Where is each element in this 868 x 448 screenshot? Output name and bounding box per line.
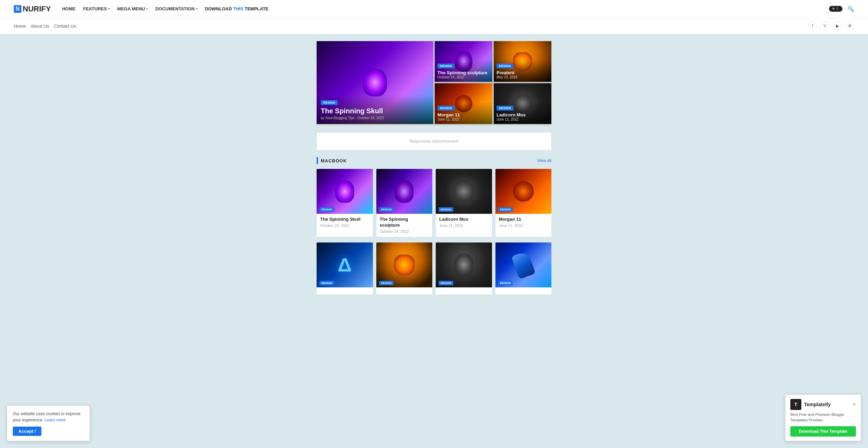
macbook-card-3-art-inner (513, 181, 534, 202)
side-card-1[interactable]: DESIGN Preatent May 23, 2018 (494, 41, 551, 82)
cookie-banner: Our website uses cookies to improve your… (7, 406, 90, 441)
macbook-card-1-title: The Spinning sculpture (380, 217, 429, 228)
macbook-card-1[interactable]: DESIGN The Spinning sculpture October 24… (376, 169, 433, 237)
section-title-bar (317, 157, 318, 164)
side-card-3-overlay: DESIGN Ladicorn Mos June 11, 2022 (494, 102, 551, 124)
cookie-accept-button[interactable]: Accept ! (13, 427, 41, 436)
side-card-2-title: Morgan 11 (437, 112, 490, 117)
main-content: DESIGN The Spinning Skull by Sora Bloggi… (317, 34, 551, 308)
templateify-description: Best Free and Premium Blogger Templates … (790, 412, 856, 423)
second-card-2[interactable]: DESIGN (436, 242, 492, 295)
macbook-card-2-body: Ladicorn Mos June 11, 2022 (436, 214, 492, 231)
second-card-0[interactable]: Δ DESIGN (317, 242, 373, 295)
twitter-icon[interactable]: 𝕏 (820, 21, 829, 30)
hero-main-title: The Spinning Skull (321, 107, 429, 115)
templateify-close-button[interactable]: × (853, 402, 856, 407)
logo-box: N (14, 5, 21, 13)
templateify-logo-letter: T (794, 402, 798, 407)
side-card-0-tag: DESIGN (437, 64, 454, 68)
templateify-logo-box: T (790, 399, 801, 410)
side-card-3[interactable]: DESIGN Ladicorn Mos June 11, 2022 (494, 83, 551, 124)
settings-icon[interactable]: ⚙ (845, 21, 854, 30)
macbook-card-0-art-inner (335, 180, 354, 203)
hero-main-overlay: DESIGN The Spinning Skull by Sora Bloggi… (317, 95, 433, 124)
macbook-card-2[interactable]: DESIGN Ladicorn Mos June 11, 2022 (436, 169, 492, 237)
second-card-1-art-inner (394, 255, 415, 275)
macbook-section-title: MACBOOK (321, 158, 347, 163)
templateify-title: Templateify (804, 402, 831, 407)
cookie-learn-more[interactable]: Learn more (45, 418, 66, 422)
cookie-text: Our website uses cookies to improve your… (13, 411, 84, 423)
side-bottom-row: DESIGN Morgan 11 June 11, 2022 DESIGN La… (435, 83, 551, 124)
second-card-1-tag: DESIGN (379, 281, 394, 285)
side-card-0[interactable]: DESIGN The Spinning sculpture October 24… (435, 41, 492, 82)
side-card-1-title: Preatent (496, 70, 549, 75)
side-card-2-overlay: DESIGN Morgan 11 June 11, 2022 (435, 102, 492, 124)
second-card-0-letter: Δ (338, 254, 351, 276)
theme-toggle[interactable]: ☀ ☾ (829, 6, 842, 12)
view-all-link[interactable]: View all (537, 158, 551, 163)
side-card-3-date: June 11, 2022 (496, 117, 549, 121)
hero-grid: DESIGN The Spinning Skull by Sora Bloggi… (317, 41, 551, 125)
macbook-card-2-title: Ladicorn Mos (439, 217, 489, 222)
second-card-0-body (317, 287, 373, 295)
second-card-1[interactable]: DESIGN (376, 242, 433, 295)
side-card-1-date: May 23, 2018 (496, 75, 549, 79)
side-top-row: DESIGN The Spinning sculpture October 24… (435, 41, 551, 82)
macbook-section-header: MACBOOK View all (317, 157, 551, 164)
nav-features[interactable]: FEATURES ▾ (83, 6, 109, 11)
macbook-card-0-title: The Spinning Skull (320, 217, 369, 222)
side-card-3-title: Ladicorn Mos (496, 112, 549, 117)
features-caret: ▾ (108, 7, 110, 11)
second-card-2-art-inner (454, 254, 473, 276)
section-title-wrap: MACBOOK (317, 157, 347, 164)
second-card-1-body (376, 287, 433, 295)
nav-download[interactable]: DOWNLOAD THIS TEMPLATE (205, 6, 269, 11)
second-card-2-tag: DESIGN (438, 281, 453, 285)
nav-home[interactable]: HOME (62, 6, 75, 11)
mega-menu-caret: ▾ (146, 7, 148, 11)
hero-main-tag: DESIGN (321, 100, 338, 105)
macbook-card-3-body: Morgan 11 June 11, 2022 (495, 214, 552, 231)
second-card-1-img-wrap: DESIGN (376, 242, 433, 287)
macbook-card-2-img-wrap: DESIGN (436, 169, 492, 214)
macbook-card-0[interactable]: DESIGN The Spinning Skull October 24, 20… (317, 169, 373, 237)
nav-right: ☀ ☾ 🔍 (829, 6, 854, 12)
youtube-icon[interactable]: ▶ (833, 21, 842, 30)
macbook-card-3[interactable]: DESIGN Morgan 11 June 11, 2022 (495, 169, 552, 237)
macbook-card-0-img-wrap: DESIGN (317, 169, 373, 214)
macbook-card-1-date: October 24, 2022 (380, 229, 429, 233)
second-row-card-grid: Δ DESIGN DESIGN (317, 242, 551, 295)
ad-label: Responsive Advertisement (409, 139, 459, 144)
hero-main-meta: by Sora Blogging Tips - October 24, 2022 (321, 116, 429, 120)
second-card-3-body (495, 287, 552, 295)
facebook-icon[interactable]: f (808, 21, 817, 30)
skull-inner (363, 69, 387, 96)
second-card-3[interactable]: DESIGN (495, 242, 552, 295)
macbook-card-2-date: June 11, 2022 (439, 223, 489, 228)
search-icon[interactable]: 🔍 (847, 6, 854, 12)
side-card-2[interactable]: DESIGN Morgan 11 June 11, 2022 (435, 83, 492, 124)
second-card-0-tag: DESIGN (319, 281, 334, 285)
macbook-card-1-img-wrap: DESIGN (376, 169, 433, 214)
breadcrumb-about[interactable]: About Us (31, 23, 49, 29)
macbook-card-3-tag: DESIGN (498, 207, 513, 212)
side-card-2-date: June 11, 2022 (437, 117, 490, 121)
breadcrumbs: Home About Us Contact Us (14, 23, 76, 29)
side-card-3-tag: DESIGN (496, 106, 513, 111)
side-card-1-tag: DESIGN (496, 64, 513, 68)
macbook-card-0-date: October 24, 2022 (320, 223, 369, 228)
breadcrumb-contact[interactable]: Contact Us (54, 23, 76, 29)
side-card-0-title: The Spinning sculpture (437, 70, 490, 75)
breadcrumb-home[interactable]: Home (14, 23, 26, 29)
ad-banner: Responsive Advertisement (317, 132, 551, 150)
templateify-download-button[interactable]: Download This Template (790, 426, 856, 437)
logo[interactable]: N NURIFY (14, 4, 51, 13)
macbook-card-1-body: The Spinning sculpture October 24, 2022 (376, 214, 433, 237)
nav-documentation[interactable]: DOCUMENTATION ▾ (155, 6, 197, 11)
hero-main-card[interactable]: DESIGN The Spinning Skull by Sora Bloggi… (317, 41, 433, 124)
macbook-card-grid: DESIGN The Spinning Skull October 24, 20… (317, 169, 551, 237)
macbook-card-3-img-wrap: DESIGN (495, 169, 552, 214)
macbook-card-1-tag: DESIGN (379, 207, 394, 212)
nav-mega-menu[interactable]: MEGA MENU ▾ (117, 6, 148, 11)
